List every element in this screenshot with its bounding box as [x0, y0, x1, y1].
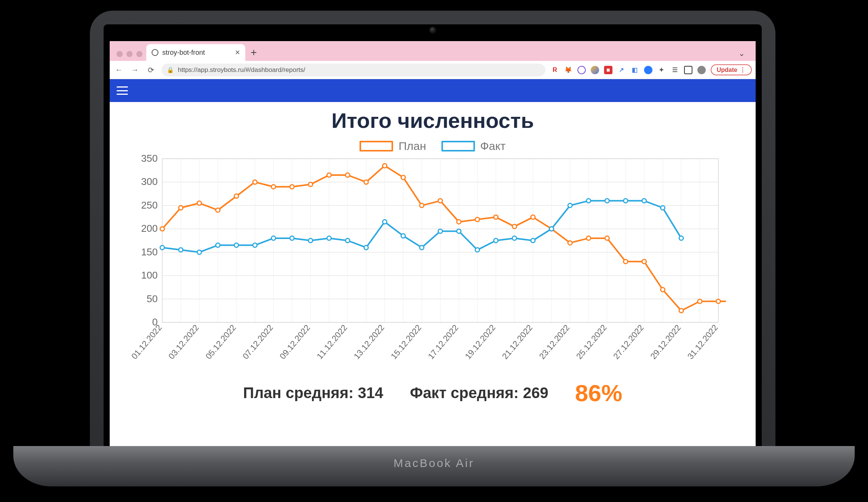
lock-icon: 🔒 — [167, 67, 174, 73]
svg-point-92 — [679, 309, 683, 313]
svg-text:17.12.2022: 17.12.2022 — [426, 323, 460, 361]
svg-point-91 — [661, 288, 665, 292]
legend-plan-label: План — [398, 140, 426, 153]
svg-point-108 — [364, 245, 368, 250]
svg-point-106 — [327, 236, 331, 240]
new-tab-button[interactable]: + — [245, 46, 262, 61]
legend-fact-swatch — [441, 141, 475, 151]
svg-point-87 — [587, 236, 591, 240]
svg-point-107 — [345, 239, 350, 243]
svg-point-83 — [512, 225, 516, 229]
svg-point-84 — [531, 215, 535, 219]
svg-point-112 — [438, 229, 443, 233]
legend-plan-swatch — [360, 141, 393, 151]
svg-text:23.12.2022: 23.12.2022 — [537, 323, 572, 361]
close-tab-icon[interactable]: × — [235, 48, 240, 57]
reader-icon[interactable]: ☰ — [671, 66, 679, 74]
ext-sphere-icon[interactable] — [591, 66, 599, 74]
svg-point-67 — [216, 208, 220, 212]
svg-point-74 — [345, 173, 350, 177]
svg-point-114 — [475, 248, 480, 252]
maximize-window-icon[interactable] — [136, 51, 142, 57]
svg-point-103 — [272, 236, 276, 240]
browser-toolbar: ← → ⟳ 🔒 https://app.stroybots.ru/#/dashb… — [110, 61, 756, 79]
update-button[interactable]: Update ⋮ — [711, 64, 752, 75]
svg-point-68 — [234, 194, 238, 198]
svg-point-111 — [420, 245, 424, 250]
address-bar[interactable]: 🔒 https://app.stroybots.ru/#/dashboard/r… — [161, 64, 545, 76]
legend-fact-label: Факт — [480, 140, 506, 153]
legend-fact[interactable]: Факт — [441, 140, 506, 153]
chart-legend: План Факт — [117, 140, 749, 153]
svg-text:100: 100 — [141, 269, 158, 281]
ext-r-icon[interactable]: R — [551, 66, 559, 74]
svg-point-86 — [568, 241, 572, 245]
browser-tab[interactable]: stroy-bot-front × — [146, 44, 245, 61]
svg-text:25.12.2022: 25.12.2022 — [574, 323, 609, 361]
svg-point-104 — [290, 236, 294, 240]
ext-blue-icon[interactable] — [644, 66, 652, 74]
laptop-frame: stroy-bot-front × + ⌄ ← → ⟳ 🔒 https://ap… — [90, 11, 775, 471]
tab-title: stroy-bot-front — [162, 49, 205, 57]
svg-point-71 — [290, 185, 294, 189]
close-window-icon[interactable] — [117, 51, 123, 57]
minimize-window-icon[interactable] — [126, 51, 133, 57]
svg-point-69 — [253, 180, 257, 184]
legend-plan[interactable]: План — [360, 140, 426, 153]
screen: stroy-bot-front × + ⌄ ← → ⟳ 🔒 https://ap… — [110, 41, 756, 451]
svg-text:09.12.2022: 09.12.2022 — [278, 323, 312, 361]
svg-text:150: 150 — [141, 246, 158, 258]
fact-avg-value: 269 — [523, 384, 548, 401]
svg-text:05.12.2022: 05.12.2022 — [204, 323, 238, 361]
tabs-menu-icon[interactable]: ⌄ — [732, 49, 751, 61]
svg-text:300: 300 — [141, 176, 158, 187]
page-title: Итого численность — [117, 108, 749, 133]
svg-point-78 — [420, 203, 424, 207]
svg-text:03.12.2022: 03.12.2022 — [166, 323, 201, 361]
plan-avg-value: 314 — [358, 384, 383, 401]
svg-point-115 — [494, 239, 498, 243]
svg-point-113 — [457, 229, 461, 233]
svg-point-110 — [401, 234, 405, 238]
fact-avg: Факт средняя: 269 — [410, 384, 548, 402]
svg-point-82 — [494, 215, 498, 219]
svg-text:13.12.2022: 13.12.2022 — [352, 323, 386, 361]
svg-text:29.12.2022: 29.12.2022 — [649, 323, 683, 361]
window-controls[interactable] — [114, 51, 146, 61]
reload-button[interactable]: ⟳ — [145, 65, 156, 75]
update-label: Update — [717, 67, 737, 73]
back-button[interactable]: ← — [113, 65, 124, 74]
hamburger-icon[interactable] — [117, 86, 128, 95]
laptop-base: MacBook Air — [13, 446, 855, 486]
svg-point-94 — [716, 299, 721, 303]
ext-circle-icon[interactable] — [577, 66, 586, 74]
line-chart: 05010015020025030035001.12.202203.12.202… — [132, 155, 726, 368]
svg-text:27.12.2022: 27.12.2022 — [611, 323, 646, 361]
app-header — [110, 79, 756, 102]
svg-point-99 — [197, 250, 201, 254]
ext-fox-icon[interactable]: 🦊 — [564, 66, 572, 74]
svg-text:350: 350 — [141, 155, 158, 164]
svg-point-98 — [179, 248, 183, 252]
url-text: https://app.stroybots.ru/#/dashboard/rep… — [178, 66, 305, 74]
fact-avg-label: Факт средняя: — [410, 384, 519, 401]
svg-point-77 — [401, 175, 405, 180]
ext-arrow-icon[interactable]: ↗ — [617, 66, 626, 74]
plan-avg: План средняя: 314 — [243, 384, 383, 402]
svg-text:31.12.2022: 31.12.2022 — [686, 323, 720, 361]
svg-text:250: 250 — [141, 199, 158, 211]
profile-avatar[interactable] — [697, 66, 706, 74]
svg-point-89 — [623, 260, 628, 264]
svg-text:200: 200 — [141, 223, 158, 234]
ext-red-icon[interactable]: ■ — [604, 66, 612, 74]
svg-point-72 — [309, 182, 313, 186]
svg-point-100 — [216, 243, 220, 247]
svg-point-105 — [309, 239, 313, 243]
puzzle-icon[interactable]: ✦ — [657, 66, 666, 74]
svg-point-125 — [679, 236, 683, 240]
ext-bookmark-icon[interactable]: ◧ — [631, 66, 639, 74]
forward-button[interactable]: → — [129, 65, 140, 74]
chart-area: 05010015020025030035001.12.202203.12.202… — [132, 155, 734, 368]
panel-icon[interactable] — [684, 66, 692, 74]
svg-point-109 — [383, 220, 387, 224]
